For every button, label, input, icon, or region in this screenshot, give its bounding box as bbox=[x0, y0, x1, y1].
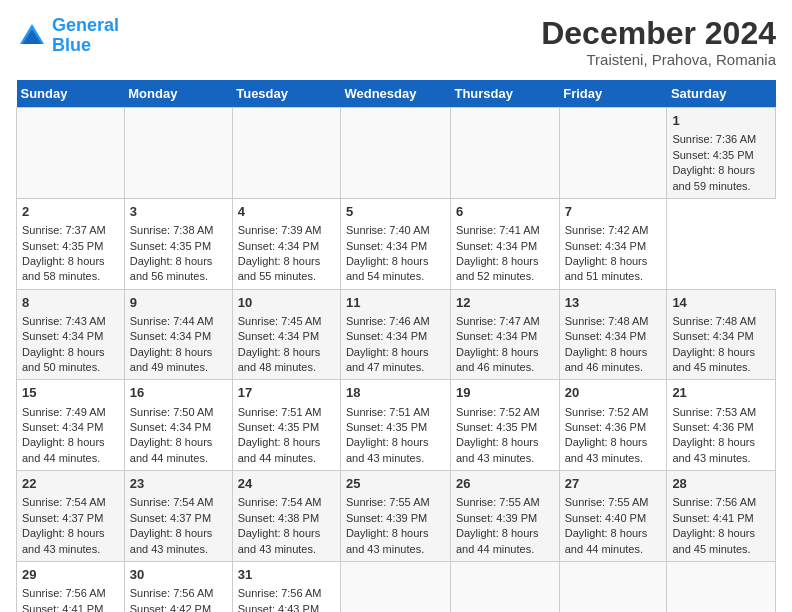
calendar-day-header: Saturday bbox=[667, 80, 776, 108]
calendar-day-header: Friday bbox=[559, 80, 667, 108]
calendar-day-cell: 9Sunrise: 7:44 AMSunset: 4:34 PMDaylight… bbox=[124, 289, 232, 380]
calendar-empty-cell bbox=[559, 108, 667, 199]
calendar-day-cell: 4Sunrise: 7:39 AMSunset: 4:34 PMDaylight… bbox=[232, 198, 340, 289]
calendar-day-header: Thursday bbox=[450, 80, 559, 108]
calendar-empty-cell bbox=[340, 108, 450, 199]
calendar-empty-cell bbox=[124, 108, 232, 199]
calendar-day-cell bbox=[450, 561, 559, 612]
calendar-week-row: 2Sunrise: 7:37 AMSunset: 4:35 PMDaylight… bbox=[17, 198, 776, 289]
logo-icon bbox=[16, 20, 48, 52]
calendar-day-cell: 13Sunrise: 7:48 AMSunset: 4:34 PMDayligh… bbox=[559, 289, 667, 380]
calendar-day-cell: 25Sunrise: 7:55 AMSunset: 4:39 PMDayligh… bbox=[340, 471, 450, 562]
title-block: December 2024 Traisteni, Prahova, Romani… bbox=[541, 16, 776, 68]
calendar-week-row: 8Sunrise: 7:43 AMSunset: 4:34 PMDaylight… bbox=[17, 289, 776, 380]
calendar-day-cell: 26Sunrise: 7:55 AMSunset: 4:39 PMDayligh… bbox=[450, 471, 559, 562]
page-subtitle: Traisteni, Prahova, Romania bbox=[541, 51, 776, 68]
calendar-day-cell: 3Sunrise: 7:38 AMSunset: 4:35 PMDaylight… bbox=[124, 198, 232, 289]
calendar-empty-cell bbox=[450, 108, 559, 199]
calendar-table: SundayMondayTuesdayWednesdayThursdayFrid… bbox=[16, 80, 776, 612]
calendar-day-cell bbox=[667, 561, 776, 612]
calendar-week-row: 15Sunrise: 7:49 AMSunset: 4:34 PMDayligh… bbox=[17, 380, 776, 471]
calendar-day-cell: 1Sunrise: 7:36 AMSunset: 4:35 PMDaylight… bbox=[667, 108, 776, 199]
calendar-day-cell: 27Sunrise: 7:55 AMSunset: 4:40 PMDayligh… bbox=[559, 471, 667, 562]
calendar-day-cell: 18Sunrise: 7:51 AMSunset: 4:35 PMDayligh… bbox=[340, 380, 450, 471]
logo-text: General Blue bbox=[52, 16, 119, 56]
calendar-day-cell: 6Sunrise: 7:41 AMSunset: 4:34 PMDaylight… bbox=[450, 198, 559, 289]
calendar-day-cell: 14Sunrise: 7:48 AMSunset: 4:34 PMDayligh… bbox=[667, 289, 776, 380]
calendar-day-cell: 22Sunrise: 7:54 AMSunset: 4:37 PMDayligh… bbox=[17, 471, 125, 562]
calendar-header-row: SundayMondayTuesdayWednesdayThursdayFrid… bbox=[17, 80, 776, 108]
calendar-day-cell: 7Sunrise: 7:42 AMSunset: 4:34 PMDaylight… bbox=[559, 198, 667, 289]
page-title: December 2024 bbox=[541, 16, 776, 51]
calendar-day-cell: 28Sunrise: 7:56 AMSunset: 4:41 PMDayligh… bbox=[667, 471, 776, 562]
calendar-day-cell: 23Sunrise: 7:54 AMSunset: 4:37 PMDayligh… bbox=[124, 471, 232, 562]
calendar-day-cell bbox=[340, 561, 450, 612]
calendar-week-row: 22Sunrise: 7:54 AMSunset: 4:37 PMDayligh… bbox=[17, 471, 776, 562]
calendar-day-cell: 29Sunrise: 7:56 AMSunset: 4:41 PMDayligh… bbox=[17, 561, 125, 612]
calendar-day-cell: 2Sunrise: 7:37 AMSunset: 4:35 PMDaylight… bbox=[17, 198, 125, 289]
calendar-day-cell: 15Sunrise: 7:49 AMSunset: 4:34 PMDayligh… bbox=[17, 380, 125, 471]
logo: General Blue bbox=[16, 16, 119, 56]
calendar-empty-cell bbox=[232, 108, 340, 199]
calendar-day-cell: 12Sunrise: 7:47 AMSunset: 4:34 PMDayligh… bbox=[450, 289, 559, 380]
calendar-day-cell: 31Sunrise: 7:56 AMSunset: 4:43 PMDayligh… bbox=[232, 561, 340, 612]
calendar-day-cell: 8Sunrise: 7:43 AMSunset: 4:34 PMDaylight… bbox=[17, 289, 125, 380]
calendar-day-cell: 20Sunrise: 7:52 AMSunset: 4:36 PMDayligh… bbox=[559, 380, 667, 471]
calendar-day-header: Wednesday bbox=[340, 80, 450, 108]
calendar-day-header: Monday bbox=[124, 80, 232, 108]
calendar-week-row: 1Sunrise: 7:36 AMSunset: 4:35 PMDaylight… bbox=[17, 108, 776, 199]
calendar-day-cell bbox=[559, 561, 667, 612]
calendar-day-header: Tuesday bbox=[232, 80, 340, 108]
calendar-day-cell: 24Sunrise: 7:54 AMSunset: 4:38 PMDayligh… bbox=[232, 471, 340, 562]
calendar-week-row: 29Sunrise: 7:56 AMSunset: 4:41 PMDayligh… bbox=[17, 561, 776, 612]
calendar-day-cell: 16Sunrise: 7:50 AMSunset: 4:34 PMDayligh… bbox=[124, 380, 232, 471]
page-header: General Blue December 2024 Traisteni, Pr… bbox=[16, 16, 776, 68]
calendar-day-cell: 10Sunrise: 7:45 AMSunset: 4:34 PMDayligh… bbox=[232, 289, 340, 380]
calendar-day-cell: 30Sunrise: 7:56 AMSunset: 4:42 PMDayligh… bbox=[124, 561, 232, 612]
calendar-day-header: Sunday bbox=[17, 80, 125, 108]
calendar-day-cell: 19Sunrise: 7:52 AMSunset: 4:35 PMDayligh… bbox=[450, 380, 559, 471]
calendar-day-cell: 11Sunrise: 7:46 AMSunset: 4:34 PMDayligh… bbox=[340, 289, 450, 380]
calendar-day-cell: 21Sunrise: 7:53 AMSunset: 4:36 PMDayligh… bbox=[667, 380, 776, 471]
calendar-day-cell: 5Sunrise: 7:40 AMSunset: 4:34 PMDaylight… bbox=[340, 198, 450, 289]
calendar-day-cell: 17Sunrise: 7:51 AMSunset: 4:35 PMDayligh… bbox=[232, 380, 340, 471]
calendar-empty-cell bbox=[17, 108, 125, 199]
